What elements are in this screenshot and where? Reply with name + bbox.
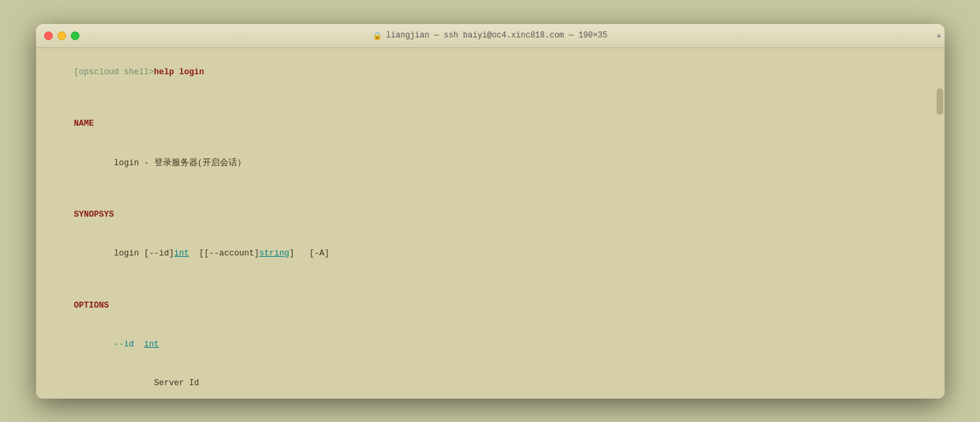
terminal-body[interactable]: [opscloud shell>help login NAME login - … [36, 48, 945, 399]
command-line-1: [opscloud shell>help login [44, 54, 937, 92]
opt-id-type: int [144, 340, 160, 349]
scrollbar-thumb[interactable] [937, 88, 943, 115]
synopsis-int: int [174, 249, 190, 258]
terminal-window: 🔒 liangjian — ssh baiyi@oc4.xinc818.com … [36, 24, 945, 399]
maximize-button[interactable] [71, 31, 79, 40]
empty-line-1 [44, 92, 937, 105]
opt-id-desc1: Server Id [44, 364, 937, 399]
synopsis-string: string [259, 249, 289, 258]
synopsis-body: login [--id]int [[--account]string] [-A] [44, 235, 937, 274]
traffic-lights [44, 31, 79, 40]
titlebar: 🔒 liangjian — ssh baiyi@oc4.xinc818.com … [36, 24, 945, 48]
empty-line-3 [44, 274, 937, 286]
name-header: NAME [44, 105, 937, 144]
prompt-1: [opscloud shell> [74, 68, 154, 77]
empty-line-2 [44, 183, 937, 195]
scrollbar-track[interactable] [935, 48, 945, 399]
minimize-button[interactable] [57, 31, 66, 40]
options-header: OPTIONS [44, 286, 937, 325]
close-button[interactable] [44, 31, 53, 40]
window-title: 🔒 liangjian — ssh baiyi@oc4.xinc818.com … [373, 31, 607, 40]
command-1: help login [154, 68, 204, 77]
synopsis-header: SYNOPSYS [44, 196, 937, 235]
scrollbar-top-button[interactable]: ▲ [934, 24, 945, 48]
name-body: login - 登录服务器(开启会话） [44, 144, 937, 183]
lock-icon: 🔒 [373, 31, 382, 40]
opt-id-line: --id int [44, 325, 937, 364]
